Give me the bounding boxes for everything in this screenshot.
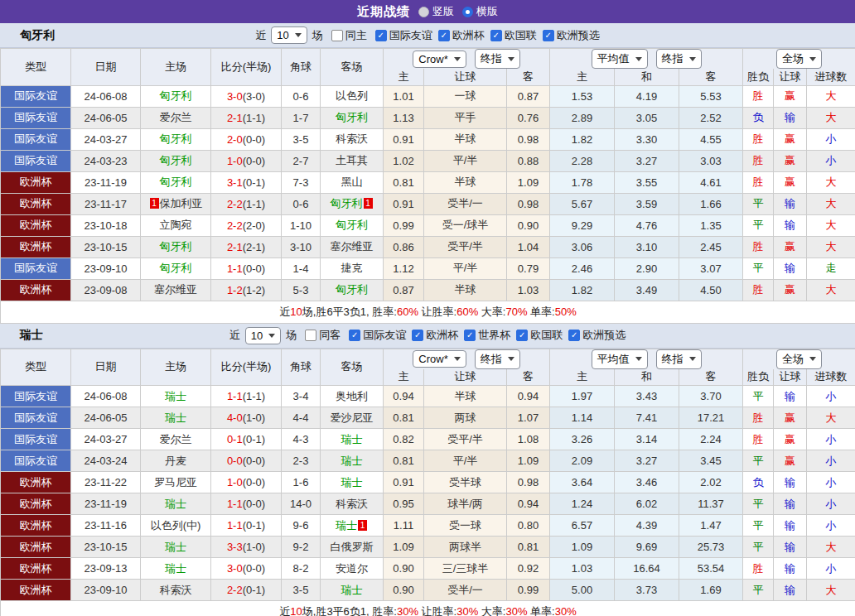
odds-away-cell: 0.98 <box>507 193 550 214</box>
fulltime-score: 1-0 <box>227 155 243 167</box>
average-select[interactable]: 平均值 <box>592 49 648 69</box>
summary-row: 近10场,胜6平3负1, 胜率:60% 让胜率:60% 大率:70% 单率:50… <box>1 301 855 323</box>
team-label: 土耳其 <box>336 154 368 166</box>
team-label: 瑞士 <box>341 584 363 596</box>
team-label: 瑞士 <box>341 476 363 488</box>
odds-home-cell: 0.91 <box>384 472 424 493</box>
checkbox-icon: ✓ <box>490 30 502 41</box>
col-type: 类型 <box>1 349 71 386</box>
subcol-home-odds: 主 <box>384 69 424 85</box>
match-row: 欧洲杯23-10-18立陶宛2-2(2-0)1-10匈牙利0.99受一/球半0.… <box>1 214 855 236</box>
result-goals-cell: 大 <box>807 236 855 257</box>
recent-count-select[interactable]: 10 <box>271 26 307 44</box>
avg-away-cell: 4.61 <box>679 171 743 193</box>
chevron-down-icon <box>454 57 461 61</box>
avg-draw-cell: 3.59 <box>615 193 679 214</box>
fulltime-select[interactable]: 全场 <box>776 49 822 69</box>
radio-unselected-icon <box>418 7 429 17</box>
result-goals-cell: 大 <box>807 107 855 128</box>
league-checkbox[interactable]: ✓欧国联 <box>516 328 563 343</box>
avg-home-cell: 2.09 <box>550 450 615 472</box>
same-venue-checkbox[interactable]: 同主 <box>331 28 367 43</box>
team-label: 丹麦 <box>165 455 186 467</box>
match-row: 国际友谊24-03-27爱尔兰0-1(0-1)4-3瑞士0.82受平/半1.08… <box>1 429 855 450</box>
result-handicap-cell: 输 <box>774 107 807 128</box>
same-venue-label: 同主 <box>345 28 367 43</box>
corners-cell: 1-10 <box>282 214 321 236</box>
home-team-cell: 以色列(中) <box>141 515 211 537</box>
corners-cell: 14-0 <box>282 493 321 515</box>
match-row: 欧洲杯23-11-19匈牙利3-1(0-1)7-3黑山0.81半球1.091.7… <box>1 171 855 193</box>
league-checkbox[interactable]: ✓世界杯 <box>464 328 510 343</box>
col-away: 客场 <box>321 349 384 386</box>
layout-radio-horizontal[interactable]: 横版 <box>462 4 498 19</box>
league-checkbox[interactable]: ✓欧洲预选 <box>568 328 626 343</box>
average-select[interactable]: 平均值 <box>592 349 648 369</box>
match-row: 欧洲杯23-11-171保加利亚2-2(1-1)0-6匈牙利10.91受半/一0… <box>1 193 855 214</box>
league-type-cell: 国际友谊 <box>1 450 71 472</box>
title-bar: 近期战绩 竖版 横版 <box>0 0 855 23</box>
team-label: 科索沃 <box>336 132 368 145</box>
result-wdl-cell: 胜 <box>743 150 774 171</box>
league-checkbox[interactable]: ✓欧洲预选 <box>543 28 600 43</box>
league-checkbox[interactable]: ✓国际友谊 <box>349 328 406 343</box>
average-select-value: 平均值 <box>597 51 630 66</box>
team-label: 瑞士 <box>336 519 357 532</box>
bookmaker-select[interactable]: Crow* <box>413 350 466 368</box>
checkbox-icon: ✓ <box>375 30 387 41</box>
match-rows: 国际友谊24-06-08匈牙利3-0(3-0)0-6以色列1.01一球0.871… <box>1 85 855 301</box>
average-stage-select[interactable]: 终指 <box>656 49 702 69</box>
odds-away-cell: 1.03 <box>507 279 550 301</box>
halftime-score: (1-1) <box>243 112 265 124</box>
halftime-score: (0-1) <box>243 176 265 189</box>
away-team-cell: 匈牙利 <box>321 279 384 301</box>
team-label: 瑞士 <box>341 455 363 467</box>
halftime-score: (3-0) <box>243 90 265 103</box>
date-cell: 23-11-19 <box>71 171 141 193</box>
fulltime-select[interactable]: 全场 <box>776 349 822 369</box>
halftime-score: (1-2) <box>243 284 265 296</box>
summary-stat: 60% <box>456 306 478 318</box>
odds-stage-select[interactable]: 终指 <box>475 349 520 369</box>
recent-count-select[interactable]: 10 <box>245 327 281 344</box>
handicap-cell: 受一球 <box>424 515 507 537</box>
fulltime-score: 2-0 <box>227 133 243 146</box>
league-checkbox[interactable]: ✓欧洲杯 <box>438 28 485 43</box>
avg-away-cell: 3.45 <box>679 450 743 472</box>
league-checkbox[interactable]: ✓欧洲杯 <box>412 328 458 343</box>
avg-home-cell: 1.53 <box>550 85 615 107</box>
league-checkbox[interactable]: ✓欧国联 <box>490 28 537 43</box>
fulltime-score: 1-1 <box>227 498 243 510</box>
result-wdl-cell: 负 <box>743 472 774 493</box>
avg-home-cell: 1.03 <box>550 558 615 580</box>
halftime-score: (2-0) <box>243 219 265 232</box>
matches-label: 场 <box>312 28 323 43</box>
date-cell: 23-11-22 <box>71 472 141 493</box>
same-venue-checkbox[interactable]: 同客 <box>305 328 341 343</box>
league-filters: ✓国际友谊✓欧洲杯✓世界杯✓欧国联✓欧洲预选 <box>343 328 626 343</box>
avg-away-cell: 3.07 <box>679 257 743 279</box>
league-type-cell: 欧洲杯 <box>1 214 71 236</box>
match-row: 国际友谊24-06-08瑞士1-1(1-1)3-4奥地利0.94半球0.941.… <box>1 386 855 407</box>
team-label: 爱尔兰 <box>160 433 192 445</box>
average-stage-select[interactable]: 终指 <box>656 349 702 369</box>
odds-stage-select[interactable]: 终指 <box>475 49 520 69</box>
away-team-cell: 捷克 <box>321 257 384 279</box>
result-wdl-cell: 平 <box>743 450 774 472</box>
bookmaker-select[interactable]: Crow* <box>413 51 466 68</box>
date-cell: 24-03-27 <box>71 128 141 150</box>
league-type-cell: 国际友谊 <box>1 407 71 429</box>
odds-home-cell: 0.99 <box>384 214 424 236</box>
avg-draw-cell: 4.76 <box>615 214 679 236</box>
date-cell: 23-10-18 <box>71 214 141 236</box>
corners-cell: 9-6 <box>282 515 321 537</box>
layout-radio-vertical[interactable]: 竖版 <box>418 4 454 19</box>
summary-stat: 30% <box>505 605 527 616</box>
odds-away-cell: 1.08 <box>507 429 550 450</box>
team-label: 瑞士 <box>165 390 186 402</box>
summary-stat: 30% <box>555 605 577 616</box>
avg-home-cell: 2.46 <box>550 257 615 279</box>
league-checkbox[interactable]: ✓国际友谊 <box>375 28 432 43</box>
odds-away-cell: 0.98 <box>507 472 550 493</box>
halftime-score: (0-1) <box>243 433 265 445</box>
